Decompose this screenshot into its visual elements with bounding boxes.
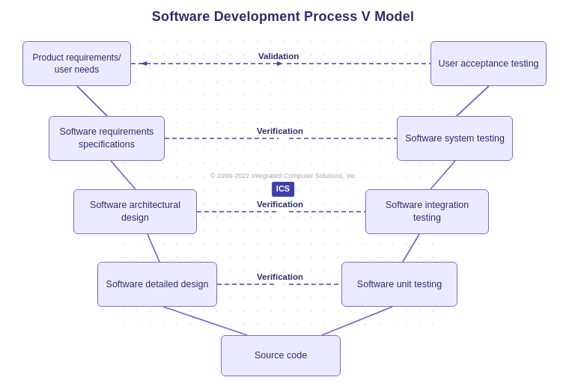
watermark-copyright: © 1999-2022 Integrated Computer Solution… bbox=[210, 172, 356, 180]
svg-line-4 bbox=[147, 234, 159, 262]
page-title: Software Development Process V Model bbox=[0, 0, 566, 25]
box-user-acceptance: User acceptance testing bbox=[430, 41, 547, 86]
box-sw-req-spec: Software requirementsspecifications bbox=[49, 116, 165, 161]
watermark-badge: ICS bbox=[272, 182, 294, 197]
label-validation: Validation bbox=[256, 52, 301, 61]
box-sw-detailed: Software detailed design bbox=[97, 262, 217, 307]
svg-line-3 bbox=[111, 161, 136, 189]
svg-line-2 bbox=[77, 86, 107, 116]
svg-line-7 bbox=[430, 161, 455, 189]
diagram-container: Software Development Process V Model rig… bbox=[0, 0, 566, 392]
svg-line-5 bbox=[163, 307, 247, 335]
box-sw-integration: Software integration testing bbox=[365, 189, 489, 234]
box-product-req: Product requirements/user needs bbox=[22, 41, 131, 86]
label-verification-1: Verification bbox=[255, 126, 305, 135]
label-verification-3: Verification bbox=[255, 272, 305, 281]
label-verification-2: Verification bbox=[255, 200, 305, 209]
box-sw-arch-design: Software architectural design bbox=[73, 189, 197, 234]
svg-marker-13 bbox=[141, 61, 147, 66]
svg-line-9 bbox=[322, 307, 392, 335]
box-sw-unit: Software unit testing bbox=[341, 262, 457, 307]
svg-marker-11 bbox=[277, 61, 283, 66]
svg-line-8 bbox=[403, 234, 419, 262]
box-sw-system-testing: Software system testing bbox=[397, 116, 513, 161]
box-source-code: Source code bbox=[221, 335, 341, 376]
svg-line-6 bbox=[457, 86, 489, 116]
watermark: © 1999-2022 Integrated Computer Solution… bbox=[210, 171, 356, 197]
